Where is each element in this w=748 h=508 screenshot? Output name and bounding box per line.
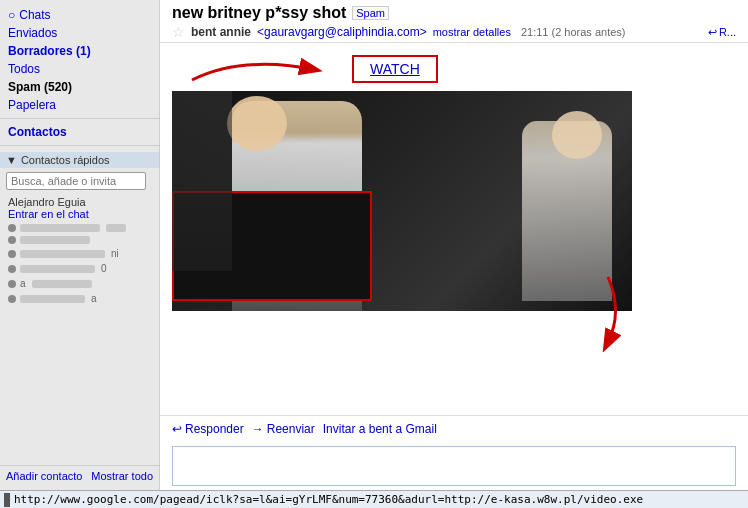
show-details-link[interactable]: mostrar detalles [433, 26, 511, 38]
reply-label-header: R... [719, 26, 736, 38]
blurred-contact-5: a [0, 276, 159, 291]
blurred-contact-4: 0 [0, 261, 159, 276]
online-dot-5 [8, 280, 16, 288]
reply-link[interactable]: ↩ Responder [172, 422, 244, 436]
blurred-name-4 [20, 265, 95, 273]
red-arrow-to-watch [182, 45, 342, 95]
online-dot-4 [8, 265, 16, 273]
blurred-contact-1 [0, 222, 159, 234]
blurred-name-3 [20, 250, 105, 258]
online-dot [8, 224, 16, 232]
blurred-name-1 [20, 224, 100, 232]
sender-email[interactable]: <gauravgarg@caliphindia.com> [257, 25, 427, 39]
reply-icon: ↩ [708, 26, 717, 39]
blurred-contact-3: ni [0, 246, 159, 261]
sidebar-item-todos[interactable]: Todos [0, 60, 159, 78]
sidebar-item-papelera[interactable]: Papelera [0, 96, 159, 114]
star-icon[interactable]: ☆ [172, 24, 185, 40]
sidebar-item-chats[interactable]: ○ Chats [0, 6, 159, 24]
blurred-suffix-4: 0 [101, 263, 107, 274]
watch-section: WATCH [172, 55, 736, 83]
blurred-contact-2 [0, 234, 159, 246]
triangle-down-icon: ▼ [6, 154, 17, 166]
email-subject: new britney p*ssy shot [172, 4, 346, 22]
quick-contacts-label: Contactos rápidos [21, 154, 110, 166]
contact-item-alejandro: Alejandro Eguia Entrar en el chat [0, 194, 159, 222]
chat-bubble-icon: ○ [8, 8, 15, 22]
status-bar: http://www.google.com/pagead/iclk?sa=l&a… [0, 490, 748, 508]
forward-link[interactable]: → Reenviar [252, 422, 315, 436]
blurred-contact-6: a [0, 291, 159, 306]
blurred-suffix-3: ni [111, 248, 119, 259]
watch-link[interactable]: WATCH [352, 55, 438, 83]
status-url: http://www.google.com/pagead/iclk?sa=l&a… [14, 493, 643, 506]
sidebar-divider-2 [0, 145, 159, 146]
sidebar: ○ Chats Enviados Borradores (1) Todos Sp… [0, 0, 160, 490]
email-subject-row: new britney p*ssy shot Spam [172, 4, 736, 22]
email-image [172, 91, 632, 311]
sidebar-item-borradores[interactable]: Borradores (1) [0, 42, 159, 60]
contact-chat-link[interactable]: Entrar en el chat [8, 208, 151, 220]
reply-input-box[interactable] [172, 446, 736, 486]
invite-link[interactable]: Invitar a bent a Gmail [323, 422, 437, 436]
sidebar-item-contactos[interactable]: Contactos [0, 123, 159, 141]
back-arrow-icon: ↩ [172, 422, 182, 436]
blurred-suffix-6: a [91, 293, 97, 304]
blurred-suffix-1 [106, 224, 126, 232]
watch-link-container: WATCH [352, 55, 736, 83]
main-layout: ○ Chats Enviados Borradores (1) Todos Sp… [0, 0, 748, 490]
email-body: WATCH [160, 43, 748, 415]
reply-button-header[interactable]: ↩ R... [708, 26, 736, 39]
email-time: 21:11 (2 horas antes) [521, 26, 626, 38]
car-door [172, 91, 232, 271]
sidebar-item-spam[interactable]: Spam (520) [0, 78, 159, 96]
spam-badge[interactable]: Spam [352, 6, 389, 20]
status-bar-handle[interactable] [4, 493, 10, 507]
contact-name: Alejandro Eguia [8, 196, 151, 208]
sender-name: bent annie [191, 25, 251, 39]
search-contacts-input[interactable] [6, 172, 146, 190]
online-dot-3 [8, 250, 16, 258]
photo-background [172, 91, 632, 311]
add-contact-link[interactable]: Añadir contacto [6, 470, 82, 482]
email-actions: ↩ Responder → Reenviar Invitar a bent a … [160, 415, 748, 442]
blurred-name-2 [20, 236, 90, 244]
sidebar-footer: Añadir contacto Mostrar todo [0, 465, 159, 486]
person-1-head [227, 96, 287, 151]
quick-contacts-header[interactable]: ▼ Contactos rápidos [0, 152, 159, 168]
show-all-link[interactable]: Mostrar todo [91, 470, 153, 482]
sidebar-divider [0, 118, 159, 119]
blurred-name-5 [32, 280, 92, 288]
blurred-prefix-5: a [20, 278, 26, 289]
sidebar-item-enviados[interactable]: Enviados [0, 24, 159, 42]
email-header: new britney p*ssy shot Spam ☆ bent annie… [160, 0, 748, 43]
sidebar-nav: ○ Chats Enviados Borradores (1) Todos Sp… [0, 4, 159, 152]
person-2-head [552, 111, 602, 159]
email-from-row: ☆ bent annie <gauravgarg@caliphindia.com… [172, 24, 736, 40]
blurred-name-6 [20, 295, 85, 303]
online-dot-2 [8, 236, 16, 244]
online-dot-6 [8, 295, 16, 303]
forward-icon: → [252, 422, 264, 436]
content-area: new britney p*ssy shot Spam ☆ bent annie… [160, 0, 748, 490]
